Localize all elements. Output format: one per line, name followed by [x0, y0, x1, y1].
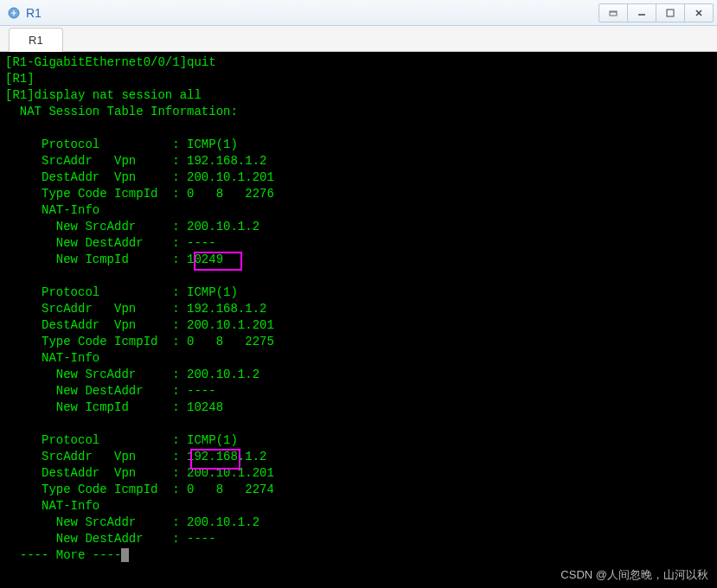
terminal-line: NAT Session Table Information: [5, 104, 712, 120]
terminal-line: New IcmpId : 10248 [5, 399, 712, 416]
watermark: CSDN @人间忽晚，山河以秋 [560, 566, 708, 583]
terminal-line: New SrcAddr : 200.10.1.2 [5, 514, 712, 531]
close-button[interactable] [684, 3, 714, 22]
terminal-line: [R1]display nat session all [5, 87, 712, 104]
terminal-line: New SrcAddr : 200.10.1.2 [5, 367, 712, 383]
terminal-line: New DestAddr : ---- [5, 531, 712, 547]
terminal-line: Protocol : ICMP(1) [5, 284, 712, 301]
terminal-line: NAT-Info [5, 202, 712, 219]
tabbar: R1 [0, 26, 717, 52]
window-controls [599, 3, 714, 22]
terminal-line: DestAddr Vpn : 200.10.1.201 [5, 169, 712, 186]
terminal-line [5, 416, 712, 432]
titlebar-left: R1 [3, 6, 42, 20]
terminal-line: SrcAddr Vpn : 192.168.1.2 [5, 449, 712, 465]
terminal-line: Type Code IcmpId : 0 8 2275 [5, 334, 712, 350]
terminal[interactable]: [R1-GigabitEthernet0/0/1]quit[R1][R1]dis… [0, 52, 717, 588]
maximize-button[interactable] [656, 3, 685, 22]
terminal-line: Protocol : ICMP(1) [5, 432, 712, 449]
custom-button[interactable] [599, 3, 628, 22]
terminal-line: New IcmpId : 10249 [5, 252, 712, 268]
terminal-line: New SrcAddr : 200.10.1.2 [5, 219, 712, 235]
terminal-line [5, 120, 712, 137]
terminal-line: New DestAddr : ---- [5, 383, 712, 399]
terminal-line: [R1-GigabitEthernet0/0/1]quit [5, 54, 712, 71]
terminal-line [5, 268, 712, 284]
svg-rect-4 [667, 10, 674, 16]
terminal-line: New DestAddr : ---- [5, 235, 712, 252]
app-title: R1 [26, 6, 42, 20]
terminal-line: [R1] [5, 71, 712, 87]
router-icon [7, 6, 21, 20]
terminal-line: NAT-Info [5, 498, 712, 514]
terminal-line: SrcAddr Vpn : 192.168.1.2 [5, 301, 712, 317]
terminal-line: ---- More ---- [5, 547, 712, 564]
titlebar: R1 [0, 0, 717, 26]
terminal-line: Type Code IcmpId : 0 8 2276 [5, 186, 712, 202]
terminal-line: DestAddr Vpn : 200.10.1.201 [5, 465, 712, 482]
terminal-line: NAT-Info [5, 350, 712, 367]
tab-r1[interactable]: R1 [9, 28, 63, 52]
minimize-button[interactable] [627, 3, 656, 22]
terminal-line: Type Code IcmpId : 0 8 2274 [5, 482, 712, 498]
terminal-line: DestAddr Vpn : 200.10.1.201 [5, 317, 712, 334]
terminal-line: SrcAddr Vpn : 192.168.1.2 [5, 153, 712, 169]
terminal-line: Protocol : ICMP(1) [5, 137, 712, 153]
